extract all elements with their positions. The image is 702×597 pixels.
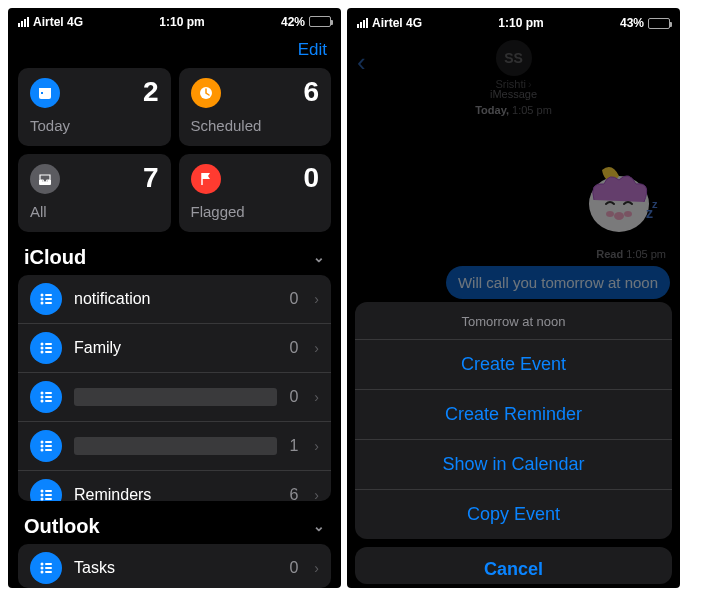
list-icon (30, 552, 62, 584)
svg-point-11 (41, 346, 44, 349)
svg-point-12 (41, 350, 44, 353)
nav-bar: ‹ SS Srishti› (347, 38, 680, 84)
memoji-sticker[interactable]: z z (574, 152, 664, 242)
sent-message-bubble[interactable]: Will call you tomorrow at noon (446, 266, 670, 299)
chevron-down-icon: ⌄ (313, 249, 325, 265)
card-count: 0 (303, 164, 319, 192)
chevron-right-icon: › (314, 560, 319, 576)
svg-rect-2 (41, 92, 43, 94)
list-count: 1 (289, 437, 298, 455)
chevron-down-icon: ⌄ (313, 518, 325, 534)
svg-rect-37 (45, 563, 52, 565)
list-name: notification (74, 290, 277, 308)
avatar: SS (496, 40, 532, 76)
svg-rect-39 (45, 571, 52, 573)
list-row[interactable]: ██████1› (18, 422, 331, 471)
list-icon (30, 381, 62, 413)
thread-service: iMessage (357, 88, 670, 100)
card-label: Flagged (191, 203, 320, 220)
list-count: 0 (289, 339, 298, 357)
svg-point-5 (41, 297, 44, 300)
list-row[interactable]: Reminders6› (18, 471, 331, 501)
card-label: Scheduled (191, 117, 320, 134)
card-label: All (30, 203, 159, 220)
svg-rect-33 (45, 498, 52, 500)
list-count: 0 (289, 290, 298, 308)
card-scheduled[interactable]: 6 Scheduled (179, 68, 332, 146)
list-count: 0 (289, 388, 298, 406)
svg-rect-14 (45, 347, 52, 349)
list-count: 0 (289, 559, 298, 577)
read-receipt: Read 1:05 pm (596, 248, 666, 260)
svg-rect-31 (45, 490, 52, 492)
sheet-cancel[interactable]: Cancel (355, 547, 672, 584)
list-row[interactable]: ████████████████0› (18, 373, 331, 422)
svg-point-28 (41, 489, 44, 492)
svg-point-4 (41, 293, 44, 296)
battery-icon (648, 18, 670, 29)
list-icloud: notification0›Family0›████████████████0›… (18, 275, 331, 501)
contact-header[interactable]: SS Srishti› (347, 40, 680, 90)
list-row[interactable]: Tasks0› (18, 544, 331, 588)
svg-point-35 (41, 566, 44, 569)
list-name: ████████████████ (74, 388, 277, 406)
status-time: 1:10 pm (498, 16, 543, 30)
clock-icon (191, 78, 221, 108)
card-today[interactable]: 2 Today (18, 68, 171, 146)
sheet-create-reminder[interactable]: Create Reminder (355, 390, 672, 440)
thread-timestamp: Today, 1:05 pm (357, 104, 670, 116)
status-time: 1:10 pm (159, 15, 204, 29)
svg-rect-27 (45, 449, 52, 451)
sheet-create-event[interactable]: Create Event (355, 340, 672, 390)
battery-icon (309, 16, 331, 27)
card-all[interactable]: 7 All (18, 154, 171, 232)
svg-point-17 (41, 395, 44, 398)
chevron-right-icon: › (314, 291, 319, 307)
sheet-title: Tomorrow at noon (355, 302, 672, 340)
list-icon (30, 332, 62, 364)
svg-point-24 (41, 448, 44, 451)
chevron-right-icon: › (314, 487, 319, 501)
list-icon (30, 430, 62, 462)
list-icon (30, 479, 62, 501)
carrier-label: Airtel 4G (372, 16, 422, 30)
flag-icon (191, 164, 221, 194)
list-icon (30, 283, 62, 315)
svg-rect-20 (45, 396, 52, 398)
svg-point-44 (614, 212, 624, 220)
list-row[interactable]: notification0› (18, 275, 331, 324)
imessage-screen: Airtel 4G 1:10 pm 43% ‹ SS Srishti› iMes… (347, 8, 680, 588)
carrier-label: Airtel 4G (33, 15, 83, 29)
edit-button[interactable]: Edit (298, 40, 327, 60)
sheet-copy-event[interactable]: Copy Event (355, 490, 672, 539)
list-name: Family (74, 339, 277, 357)
list-name: ██████ (74, 437, 277, 455)
svg-point-6 (41, 301, 44, 304)
svg-rect-32 (45, 494, 52, 496)
section-header-outlook[interactable]: Outlook ⌄ (8, 501, 341, 544)
list-name: Tasks (74, 559, 277, 577)
svg-point-23 (41, 444, 44, 447)
svg-point-29 (41, 493, 44, 496)
section-header-icloud[interactable]: iCloud ⌄ (8, 232, 341, 275)
sheet-show-calendar[interactable]: Show in Calendar (355, 440, 672, 490)
list-name: Reminders (74, 486, 277, 501)
card-flagged[interactable]: 0 Flagged (179, 154, 332, 232)
svg-rect-38 (45, 567, 52, 569)
svg-rect-7 (45, 294, 52, 296)
chevron-right-icon: › (314, 438, 319, 454)
list-outlook: Tasks0› (18, 544, 331, 588)
list-row[interactable]: Family0› (18, 324, 331, 373)
signal-icon (357, 18, 368, 28)
svg-point-18 (41, 399, 44, 402)
section-title: Outlook (24, 515, 100, 538)
battery-pct: 42% (281, 15, 305, 29)
svg-point-34 (41, 562, 44, 565)
svg-text:z: z (652, 198, 658, 210)
svg-rect-9 (45, 302, 52, 304)
svg-point-16 (41, 391, 44, 394)
svg-rect-8 (45, 298, 52, 300)
svg-rect-21 (45, 400, 52, 402)
card-count: 2 (143, 78, 159, 106)
chevron-right-icon: › (314, 389, 319, 405)
